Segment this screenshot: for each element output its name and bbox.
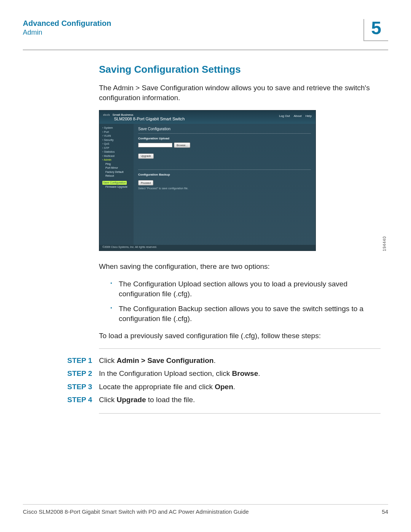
step-row: STEP 2 In the Configuration Upload secti… [23,367,381,380]
upload-header: Configuration Upload [138,137,311,140]
nav-item[interactable]: › VLAN [102,134,134,138]
step-label: STEP 3 [23,380,92,393]
nav-item[interactable]: › QoS [102,142,134,146]
step-text: Click Upgrade to load the file. [99,393,381,406]
header-rule [23,50,388,50]
list-item: The Configuration Upload section allows … [110,279,381,299]
screenshot-footer: ©2009 Cisco Systems, Inc. All rights res… [99,245,315,251]
nav-item[interactable]: › Security [102,138,134,142]
backup-hint: Select "Proceed" to save configuration f… [138,187,311,190]
step-row: STEP 3 Locate the appropriate file and c… [23,380,381,393]
nav-subitem[interactable]: Factory Default [102,170,134,174]
about-link[interactable]: About [294,114,302,118]
page-footer: Cisco SLM2008 8-Port Gigabit Smart Switc… [23,504,388,515]
screenshot-figure: ılıılı Small Business SLM2008 8-Port Gig… [99,110,381,251]
upgrade-button[interactable]: Upgrade [138,153,154,159]
page-header: Advanced Configuration Admin 5 [23,19,388,50]
nav-item-admin[interactable]: › Admin [102,158,134,162]
steps-top-rule [99,348,381,349]
nav-subitem[interactable]: Ping [102,162,134,166]
section-heading: Saving Configuration Settings [99,64,381,75]
chapter-number: 5 [363,19,388,41]
content: Saving Configuration Settings The Admin … [99,64,381,414]
step-label: STEP 1 [23,354,92,367]
nav-item[interactable]: › System [102,126,134,130]
cisco-logo: ılıılı [103,113,110,117]
footer-text: Cisco SLM2008 8-Port Gigabit Smart Switc… [23,508,382,515]
nav-subitem-active[interactable]: Save Configuration [102,181,127,185]
step-label: STEP 4 [23,393,92,406]
help-link[interactable]: Help [306,114,312,118]
options-list: The Configuration Upload section allows … [110,279,381,324]
product-title: SLM2008 8-Port Gigabit Smart Switch [114,117,185,121]
browse-button[interactable]: Browse... [174,142,190,148]
screenshot-nav: › System › Port › VLAN › Security › QoS … [99,124,134,245]
screenshot-header: ılıılı Small Business SLM2008 8-Port Gig… [99,110,315,124]
step-row: STEP 1 Click Admin > Save Configuration. [23,354,381,367]
screenshot-main: Save Configuration Configuration Upload … [134,124,315,245]
steps-lead-in: To load a previously saved configuration… [99,331,381,341]
nav-item[interactable]: › Multicast [102,154,134,158]
brand-line: Small Business [112,113,185,117]
backup-header: Configuration Backup [138,173,311,176]
steps-bottom-rule [99,413,381,414]
step-text: Locate the appropriate file and click Op… [99,380,381,393]
options-intro: When saving the configuration, there are… [99,262,381,272]
screenshot: ılıılı Small Business SLM2008 8-Port Gig… [99,110,316,251]
header-links: Log Out About Help [279,114,312,118]
nav-item[interactable]: › Statistics [102,150,134,154]
upload-path-input[interactable] [138,143,172,147]
nav-subitem[interactable]: Port Mirror [102,166,134,170]
header-subtitle: Admin [23,29,363,37]
step-text: Click Admin > Save Configuration. [99,354,381,367]
page: Advanced Configuration Admin 5 Saving Co… [0,0,411,532]
steps: STEP 1 Click Admin > Save Configuration.… [99,348,381,414]
nav-item[interactable]: › STP [102,146,134,150]
header-title: Advanced Configuration [23,19,363,28]
step-text: In the Configuration Upload section, cli… [99,367,381,380]
nav-subitem[interactable]: Reboot [102,174,134,178]
step-row: STEP 4 Click Upgrade to load the file. [23,393,381,406]
proceed-button[interactable]: Proceed [138,180,153,185]
page-number: 54 [382,508,388,515]
nav-subitem[interactable]: Firmware Upgrade [102,185,134,189]
panel-title: Save Configuration [138,127,311,131]
logout-link[interactable]: Log Out [279,114,290,118]
nav-item[interactable]: › Port [102,130,134,134]
intro-paragraph: The Admin > Save Configuration window al… [99,83,381,102]
image-id: 194440 [382,236,387,251]
list-item: The Configuration Backup section allows … [110,304,381,323]
step-label: STEP 2 [23,367,92,380]
